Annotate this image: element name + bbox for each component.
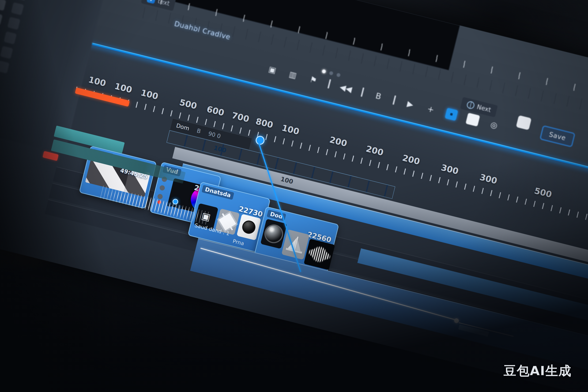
ruler-number: 500 bbox=[178, 97, 198, 111]
record-circle-icon[interactable]: ◎ bbox=[488, 118, 500, 132]
track-toggle-gray[interactable] bbox=[0, 12, 2, 26]
save-button[interactable]: Save bbox=[540, 125, 576, 148]
divider bbox=[328, 79, 331, 88]
ruler-number: 200 bbox=[402, 153, 421, 166]
knob-icon[interactable] bbox=[157, 194, 163, 200]
playhead-handle[interactable] bbox=[254, 135, 266, 146]
move-icon[interactable]: + bbox=[424, 103, 438, 116]
knob-icon[interactable] bbox=[159, 185, 166, 191]
photo-of-monitor: T text T text Next Seed Duahbl Cradlve ▣… bbox=[0, 0, 588, 392]
select-tool-icon[interactable] bbox=[445, 108, 458, 121]
forward-icon[interactable]: ▶ bbox=[404, 98, 417, 111]
ai-watermark: 豆包AI生成 bbox=[504, 362, 572, 380]
pager-dot-active[interactable] bbox=[322, 69, 326, 74]
ruler-number: 100 bbox=[114, 81, 133, 95]
divider bbox=[392, 96, 396, 105]
ruler-number: 200 bbox=[365, 144, 384, 158]
pager-dots[interactable] bbox=[322, 69, 341, 77]
ruler-number: 100 bbox=[88, 74, 107, 88]
track-toggle-dim[interactable] bbox=[14, 0, 28, 1]
rewind-icon[interactable]: ◀◀ bbox=[338, 81, 353, 95]
camera-icon[interactable]: ▣ bbox=[266, 63, 279, 76]
track-toggle-dim[interactable] bbox=[4, 32, 17, 44]
keyframe-dot[interactable] bbox=[454, 318, 459, 324]
pager-dot[interactable] bbox=[329, 71, 334, 76]
next-button-label: Next bbox=[476, 103, 492, 114]
divider bbox=[361, 88, 364, 97]
ruler-number: 100 bbox=[140, 88, 159, 101]
pager-dot[interactable] bbox=[336, 73, 341, 77]
track-toggle-dim[interactable] bbox=[7, 17, 20, 30]
globe-icon bbox=[466, 100, 475, 110]
dom-label: Dom bbox=[176, 122, 190, 132]
red-clip[interactable] bbox=[42, 151, 58, 161]
keyframe-marker-dot[interactable] bbox=[172, 199, 178, 204]
sphere-icon[interactable] bbox=[260, 219, 287, 249]
ruler-number: 800 bbox=[254, 116, 274, 130]
b-label: B bbox=[196, 127, 202, 134]
ruler-number: 500 bbox=[533, 186, 553, 200]
bold-icon[interactable]: B bbox=[372, 90, 385, 103]
gray-band-value: 100 bbox=[280, 175, 294, 185]
filmstrip-icon[interactable]: ▥ bbox=[286, 68, 300, 81]
panel-icon-button[interactable] bbox=[516, 115, 532, 130]
segment-value: 100 bbox=[213, 144, 227, 154]
ruler-number: 100 bbox=[281, 123, 300, 136]
track-toggle-gray[interactable] bbox=[0, 0, 6, 11]
track-toggle-dim[interactable] bbox=[11, 2, 24, 15]
flag-icon[interactable]: ⚑ bbox=[307, 74, 320, 86]
ruler-number: 600 bbox=[206, 104, 225, 118]
knob-column bbox=[157, 176, 168, 200]
ruler-number: 200 bbox=[329, 135, 348, 148]
value-label: 90 0 bbox=[208, 130, 222, 140]
ruler-number: 300 bbox=[479, 172, 498, 186]
ruler-number: 700 bbox=[231, 110, 250, 124]
ruler-number: 300 bbox=[440, 162, 460, 176]
layers-icon[interactable] bbox=[466, 113, 480, 126]
